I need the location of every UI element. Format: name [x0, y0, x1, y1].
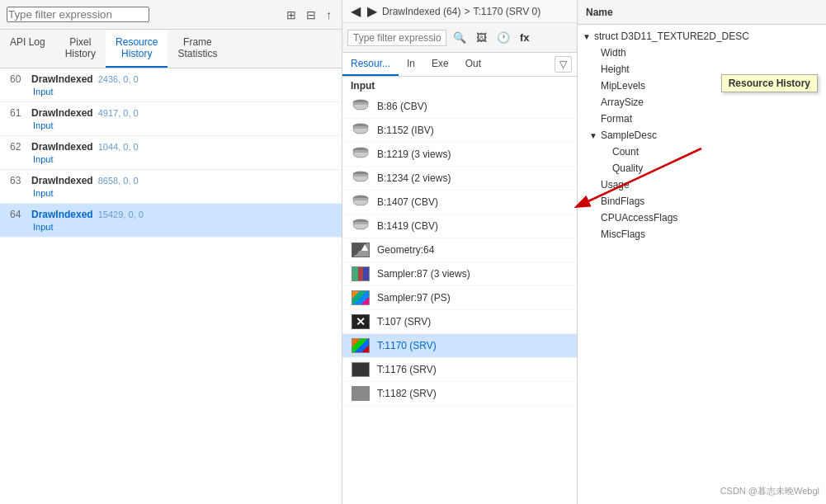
- item-number-61: 61: [10, 107, 26, 119]
- left-filter-input[interactable]: [7, 7, 149, 22]
- tab-resour[interactable]: Resour...: [342, 53, 399, 76]
- right-tree: ▼ struct D3D11_TEXTURE2D_DESC Width Heig…: [578, 25, 826, 504]
- center-item-text-b1419: B:1419 (CBV): [377, 220, 438, 232]
- left-tabs: API Log PixelHistory ResourceHistory Fra…: [0, 30, 342, 68]
- list-item-64[interactable]: 64 DrawIndexed 15429, 0, 0 Input: [0, 204, 342, 238]
- collapse-icon-root[interactable]: ▼: [583, 32, 591, 41]
- center-section-header-input: Input: [342, 77, 577, 95]
- breadcrumb-path2: T:1170 (SRV 0): [473, 6, 540, 17]
- left-icon-btn-3[interactable]: ↑: [323, 7, 335, 23]
- center-item-b1152[interactable]: B:1152 (IBV): [342, 119, 577, 143]
- left-toolbar-icons: ⊞ ⊟ ↑: [283, 7, 335, 23]
- center-item-text-s87: Sampler:87 (3 views): [377, 268, 470, 280]
- center-item-text-t1170: T:1170 (SRV): [377, 340, 437, 351]
- center-panel: ◀ ▶ DrawIndexed (64) > T:1170 (SRV 0) 🔍 …: [342, 0, 578, 504]
- item-name-62: DrawIndexed: [31, 141, 93, 153]
- center-item-t1182[interactable]: T:1182 (SRV): [342, 382, 577, 406]
- forward-button[interactable]: ▶: [366, 3, 379, 19]
- db-icon-b1152: [351, 122, 371, 139]
- tab-in[interactable]: In: [399, 53, 423, 76]
- list-item-60[interactable]: 60 DrawIndexed 2436, 0, 0 Input: [0, 68, 342, 102]
- tree-sampledesc-label: SampleDesc: [601, 130, 657, 141]
- left-icon-btn-1[interactable]: ⊞: [283, 7, 300, 23]
- sampler97-icon: [351, 290, 371, 306]
- tab-exe[interactable]: Exe: [423, 53, 457, 76]
- center-filter-input[interactable]: [347, 30, 446, 46]
- item-sub-62: Input: [10, 154, 332, 164]
- item-sub-60: Input: [10, 87, 332, 97]
- right-panel-header: Name: [578, 0, 826, 25]
- collapse-icon-sampledesc[interactable]: ▼: [589, 131, 597, 140]
- back-button[interactable]: ◀: [349, 3, 362, 19]
- watermark: CSDN @暮志未晚Webgl: [720, 485, 819, 497]
- center-item-text-s97: Sampler:97 (PS): [377, 292, 451, 304]
- tree-root: ▼ struct D3D11_TEXTURE2D_DESC: [578, 28, 826, 45]
- center-item-s97[interactable]: Sampler:97 (PS): [342, 286, 577, 310]
- center-tabs: Resour... In Exe Out ▽: [342, 53, 577, 77]
- item-params-64: 15429, 0, 0: [98, 210, 144, 219]
- db-icon-b86: [351, 98, 371, 115]
- left-icon-btn-2[interactable]: ⊟: [303, 7, 319, 23]
- tree-item-format: Format: [578, 111, 826, 127]
- center-item-b86[interactable]: B:86 (CBV): [342, 95, 577, 119]
- sampler87-icon: [351, 266, 371, 282]
- tab-frame-statistics[interactable]: FrameStatistics: [168, 30, 227, 68]
- tree-item-width: Width: [578, 45, 826, 61]
- item-number-60: 60: [10, 73, 26, 85]
- center-item-t107[interactable]: ✕ T:107 (SRV): [342, 310, 577, 334]
- center-item-text-t1176: T:1176 (SRV): [377, 364, 437, 375]
- item-number-63: 63: [10, 175, 26, 186]
- filter-icon-btn[interactable]: ▽: [555, 56, 572, 73]
- tree-item-usage: Usage: [578, 177, 826, 193]
- center-item-text-geo64: Geometry:64: [377, 244, 434, 256]
- right-panel: Name Resource History ▼ struct D3D11_TEX…: [578, 0, 826, 504]
- item-sub-61: Input: [10, 120, 332, 130]
- clock-icon-btn[interactable]: 🕐: [493, 30, 513, 45]
- tree-root-label: struct D3D11_TEXTURE2D_DESC: [594, 31, 749, 42]
- breadcrumb-path1: DrawIndexed (64): [382, 6, 460, 17]
- tree-item-miscflags: MiscFlags: [578, 226, 826, 243]
- left-toolbar: ⊞ ⊟ ↑: [0, 0, 342, 30]
- list-item-62[interactable]: 62 DrawIndexed 1044, 0, 0 Input: [0, 136, 342, 170]
- tab-out[interactable]: Out: [457, 53, 489, 76]
- tab-pixel-history[interactable]: PixelHistory: [55, 30, 106, 68]
- list-item-61[interactable]: 61 DrawIndexed 4917, 0, 0 Input: [0, 102, 342, 136]
- thumb-t1170-icon: [351, 337, 371, 354]
- center-item-s87[interactable]: Sampler:87 (3 views): [342, 262, 577, 286]
- item-number-64: 64: [10, 209, 26, 220]
- left-list: 60 DrawIndexed 2436, 0, 0 Input 61 DrawI…: [0, 68, 342, 504]
- thumb-t1182-icon: [351, 385, 371, 402]
- search-icon-btn[interactable]: 🔍: [450, 30, 470, 45]
- left-panel: ⊞ ⊟ ↑ API Log PixelHistory ResourceHisto…: [0, 0, 342, 504]
- center-item-text-t107: T:107 (SRV): [377, 316, 431, 327]
- center-breadcrumb: ◀ ▶ DrawIndexed (64) > T:1170 (SRV 0): [342, 0, 577, 23]
- center-item-text-b86: B:86 (CBV): [377, 101, 427, 112]
- db-icon-b1219: [351, 146, 371, 163]
- fx-icon-btn[interactable]: fx: [517, 30, 533, 45]
- center-toolbar: 🔍 🖼 🕐 fx: [342, 23, 577, 53]
- center-item-b1419[interactable]: B:1419 (CBV): [342, 214, 577, 238]
- thumb-t1176-icon: [351, 361, 371, 378]
- center-item-t1176[interactable]: T:1176 (SRV): [342, 358, 577, 382]
- tab-resource-history[interactable]: ResourceHistory: [106, 30, 168, 68]
- item-name-60: DrawIndexed: [31, 73, 93, 85]
- main-layout: ⊞ ⊟ ↑ API Log PixelHistory ResourceHisto…: [0, 0, 826, 504]
- center-item-text-b1152: B:1152 (IBV): [377, 125, 434, 136]
- item-sub-63: Input: [10, 188, 332, 198]
- image-icon-btn[interactable]: 🖼: [473, 30, 490, 45]
- center-item-text-t1182: T:1182 (SRV): [377, 388, 437, 399]
- center-item-geo64[interactable]: Geometry:64: [342, 238, 577, 262]
- cross-icon-t107: ✕: [351, 313, 371, 330]
- tab-api-log[interactable]: API Log: [0, 30, 55, 68]
- list-item-63[interactable]: 63 DrawIndexed 8658, 0, 0 Input: [0, 170, 342, 204]
- item-params-61: 4917, 0, 0: [98, 108, 139, 118]
- breadcrumb-sep: >: [464, 6, 470, 17]
- center-item-b1234[interactable]: B:1234 (2 views): [342, 167, 577, 191]
- center-item-t1170[interactable]: T:1170 (SRV): [342, 334, 577, 358]
- item-number-62: 62: [10, 141, 26, 153]
- center-list: Input B:86 (CBV) B:1152 (IBV) B:1: [342, 77, 577, 504]
- item-params-60: 2436, 0, 0: [98, 74, 139, 84]
- db-icon-b1234: [351, 170, 371, 186]
- center-item-b1407[interactable]: B:1407 (CBV): [342, 191, 577, 214]
- center-item-b1219[interactable]: B:1219 (3 views): [342, 143, 577, 167]
